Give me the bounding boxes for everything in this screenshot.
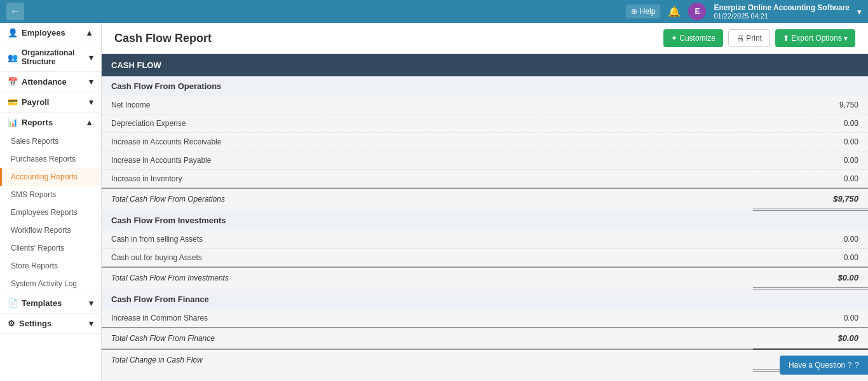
sidebar-section-settings: ⚙ Settings ▾ [0,314,101,334]
common-shares-label: Increase in Common Shares [102,309,753,328]
sidebar-item-workflow-reports[interactable]: Workflow Reports [0,221,101,239]
back-button[interactable]: ← [6,3,24,20]
export-label: ⬆ Export Options ▾ [783,34,848,43]
table-row: Cash in from selling Assets 0.00 [102,230,868,249]
net-income-label: Net Income [102,96,753,114]
sidebar-item-store-reports[interactable]: Store Reports [0,257,101,275]
sidebar-item-clients-reports[interactable]: Clients' Reports [0,239,101,257]
sidebar-section-attendance: 📅 Attendance ▾ [0,72,101,92]
chevron-templates-icon: ▾ [89,298,93,308]
sidebar-item-org-structure[interactable]: 👥 Organizational Structure ▾ [0,43,101,71]
chevron-payroll-icon: ▾ [89,97,93,107]
finance-total-row: Total Cash Flow From Finance $0.00 [102,328,868,349]
report-area: CASH FLOW Cash Flow From Operations Net … [102,54,868,381]
sidebar-section-org: 👥 Organizational Structure ▾ [0,43,101,72]
inventory-amount: 0.00 [753,170,868,189]
sidebar-item-reports[interactable]: 📊 Reports ▲ [0,113,101,132]
chevron-attendance-icon: ▾ [89,77,93,87]
investments-total-label: Total Cash Flow From Investments [102,267,753,289]
attendance-label: Attendance [22,77,67,87]
header-right: ⊕ Help 🔔 E Enerpize Online Accounting So… [626,3,862,20]
top-header: ← ⊕ Help 🔔 E Enerpize Online Accounting … [0,0,868,23]
operations-total-amount: $9,750 [753,188,868,210]
table-main-header: CASH FLOW [102,54,868,76]
user-info: Enerpize Online Accounting Software 01/2… [714,3,850,20]
sidebar-item-attendance[interactable]: 📅 Attendance ▾ [0,72,101,92]
sidebar-item-sms-reports[interactable]: SMS Reports [0,186,101,204]
content-header: Cash Flow Report ✦ Customize 🖨 Print ⬆ E… [102,23,868,54]
employees-icon: 👤 [8,28,18,38]
user-datetime: 01/22/2025 04:21 [714,12,850,20]
avatar[interactable]: E [688,3,706,20]
templates-icon: 📄 [8,298,18,308]
help-circle-icon: ⊕ [631,7,637,16]
investments-total-row: Total Cash Flow From Investments $0.00 [102,267,868,289]
investments-total-amount: $0.00 [753,267,868,289]
table-row: Depreciation Expense 0.00 [102,114,868,133]
table-row: Increase in Accounts Receivable 0.00 [102,133,868,151]
org-structure-icon: 👥 [8,53,18,62]
sidebar-item-settings[interactable]: ⚙ Settings ▾ [0,314,101,333]
sidebar-item-payroll[interactable]: 💳 Payroll ▾ [0,92,101,112]
table-row: Increase in Accounts Payable 0.00 [102,151,868,170]
investments-header: Cash Flow From Investments [102,210,868,231]
table-row: Net Income 9,750 [102,96,868,114]
export-button[interactable]: ⬆ Export Options ▾ [775,29,855,47]
sidebar-item-employees-reports[interactable]: Employees Reports [0,204,101,221]
chevron-settings-icon: ▾ [89,319,93,328]
sidebar-item-accounting-reports[interactable]: Accounting Reports [0,168,101,186]
investments-section-header: Cash Flow From Investments [102,210,868,231]
reports-label: Reports [22,118,53,127]
cash-flow-table: CASH FLOW Cash Flow From Operations Net … [102,54,868,371]
operations-total-row: Total Cash Flow From Operations $9,750 [102,188,868,210]
bell-icon[interactable]: 🔔 [668,6,681,18]
chevron-org-icon: ▾ [89,53,93,62]
inventory-label: Increase in Inventory [102,170,753,189]
buying-assets-amount: 0.00 [753,249,868,268]
sidebar-section-reports: 📊 Reports ▲ Sales Reports Purchases Repo… [0,113,101,293]
table-row: Increase in Inventory 0.00 [102,170,868,189]
sidebar-item-sales-reports[interactable]: Sales Reports [0,132,101,150]
sidebar-item-employees[interactable]: 👤 Employees ▲ [0,23,101,43]
customize-button[interactable]: ✦ Customize [663,29,723,47]
content-area: Cash Flow Report ✦ Customize 🖨 Print ⬆ E… [102,23,868,381]
help-button[interactable]: ⊕ Help [626,4,661,18]
accounts-receivable-label: Increase in Accounts Receivable [102,133,753,151]
user-app-name: Enerpize Online Accounting Software [714,3,850,12]
question-mark-icon: ? [855,361,859,370]
help-label: Help [640,7,656,16]
org-label: Organizational Structure [22,48,89,66]
accounts-payable-amount: 0.00 [753,151,868,170]
selling-assets-amount: 0.00 [753,230,868,249]
accounts-payable-label: Increase in Accounts Payable [102,151,753,170]
net-income-amount: 9,750 [753,96,868,114]
chevron-employees-icon: ▲ [85,28,93,38]
sidebar-item-system-activity-log[interactable]: System Activity Log [0,275,101,293]
accounts-receivable-amount: 0.00 [753,133,868,151]
header-left: ← [6,3,24,20]
sidebar-section-templates: 📄 Templates ▾ [0,293,101,314]
sidebar-item-purchases-reports[interactable]: Purchases Reports [0,150,101,168]
finance-total-label: Total Cash Flow From Finance [102,328,753,349]
header-actions: ✦ Customize 🖨 Print ⬆ Export Options ▾ [663,29,855,47]
page-title: Cash Flow Report [114,32,212,45]
user-dropdown-icon[interactable]: ▾ [857,7,862,17]
settings-icon: ⚙ [8,319,15,328]
have-question-button[interactable]: Have a Question ? ? [780,356,868,375]
sidebar-section-payroll: 💳 Payroll ▾ [0,92,101,113]
sidebar-item-templates[interactable]: 📄 Templates ▾ [0,293,101,313]
reports-icon: 📊 [8,118,18,127]
buying-assets-label: Cash out for buying Assets [102,249,753,268]
depreciation-amount: 0.00 [753,114,868,133]
templates-label: Templates [22,298,62,308]
grand-total-row: Total Change in Cash Flow $9,750 [102,349,868,371]
common-shares-amount: 0.00 [753,309,868,328]
selling-assets-label: Cash in from selling Assets [102,230,753,249]
operations-header: Cash Flow From Operations [102,76,868,96]
main-layout: 👤 Employees ▲ 👥 Organizational Structure… [0,23,868,381]
operations-section-header: Cash Flow From Operations [102,76,868,96]
print-button[interactable]: 🖨 Print [728,29,770,47]
print-label: 🖨 Print [736,34,762,43]
finance-total-amount: $0.00 [753,328,868,349]
grand-total-label: Total Change in Cash Flow [102,349,753,371]
